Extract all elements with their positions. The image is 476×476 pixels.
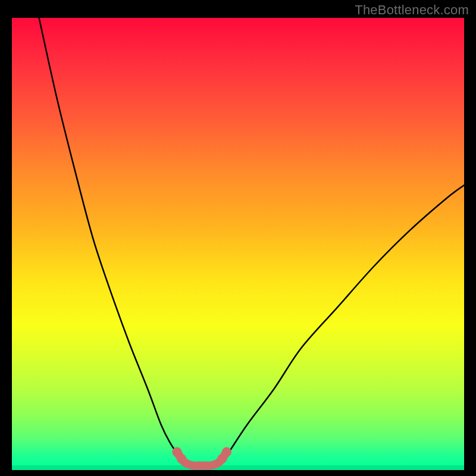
- left-curve: [39, 18, 184, 464]
- plot-svg: [12, 18, 464, 470]
- watermark-text: TheBottleneck.com: [355, 2, 469, 18]
- u-bead: [222, 447, 231, 457]
- right-curve: [220, 185, 464, 463]
- u-bottom-beads: [172, 447, 231, 464]
- axis-bottom: [11, 470, 465, 471]
- chart-frame: TheBottleneck.com: [0, 0, 476, 476]
- u-bead: [177, 454, 186, 464]
- axis-left: [11, 18, 12, 471]
- axis-right: [464, 18, 465, 471]
